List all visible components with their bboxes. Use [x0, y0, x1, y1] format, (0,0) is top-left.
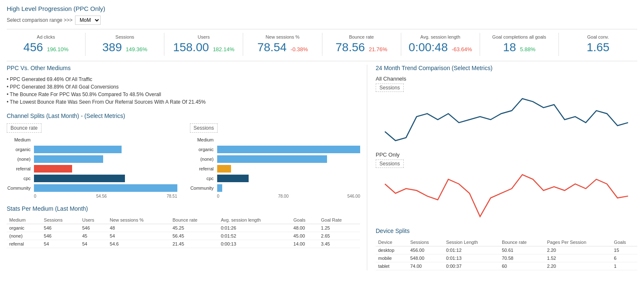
table-cell: 54.6	[107, 240, 170, 248]
stats-table: MediumSessionsUsersNew sessions %Bounce …	[7, 216, 360, 248]
bar-label: (none)	[190, 157, 217, 162]
table-header: Medium	[7, 216, 42, 224]
device-table-cell: 74.00	[408, 262, 444, 270]
bar-row: referral	[7, 165, 177, 173]
metric-value: 158.00	[173, 41, 209, 54]
axis-label: 0	[34, 194, 36, 199]
ppc-only-metric[interactable]: Sessions	[376, 160, 404, 168]
device-table-cell: desktop	[376, 246, 408, 254]
metric-value: 78.54	[257, 41, 287, 54]
table-header: Avg. session length	[218, 216, 291, 224]
device-table-cell: 456.00	[408, 246, 444, 254]
device-table-cell: 15	[611, 246, 637, 254]
device-table-cell: mobile	[376, 254, 408, 262]
device-table-cell: 0:01:12	[444, 246, 499, 254]
bar-label: cpc	[190, 176, 217, 181]
metric-value: 18	[503, 41, 516, 54]
comparison-select[interactable]: MoM YoY QoQ	[75, 16, 101, 25]
device-table-cell: 0:00:37	[444, 262, 499, 270]
table-cell: 3.45	[319, 240, 360, 248]
device-table-row: tablet74.000:00:37602.201	[376, 262, 637, 270]
metrics-row: Ad clicks 456 196.10% Sessions 389 149.3…	[7, 29, 637, 56]
metric-value: 456	[23, 41, 43, 54]
bar-track	[34, 155, 177, 163]
metric-item: Bounce rate 78.56 21.76%	[322, 33, 401, 56]
table-cell: (none)	[7, 232, 42, 240]
bar-row: cpc	[7, 175, 177, 182]
table-cell: 14.00	[291, 240, 319, 248]
all-channels-section: All Channels Sessions	[376, 76, 637, 145]
device-table-cell: 50.61	[499, 246, 545, 254]
sessions-chart: Sessions Mediumorganic(none)referralcpcC…	[190, 123, 361, 199]
bar-track	[217, 155, 361, 163]
bar-label: referral	[7, 166, 34, 171]
table-row: referral545454.621.450:00:1314.003.45	[7, 240, 360, 248]
bar-fill	[217, 184, 223, 192]
metric-label: Users	[168, 34, 239, 39]
metric-item: Users 158.00 182.14%	[164, 33, 243, 56]
trend-title: 24 Month Trend Comparison (Select Metric…	[376, 65, 637, 71]
bar-fill	[34, 155, 103, 163]
axis-label: 0	[217, 194, 220, 199]
table-cell: 0:01:52	[218, 232, 291, 240]
device-table-row: desktop456.000:01:1250.612.2015	[376, 246, 637, 254]
bar-fill	[217, 146, 361, 153]
ppc-vs-title: PPC Vs. Other Mediums	[7, 65, 360, 71]
device-table-header: Pages Per Session	[545, 238, 612, 246]
bar-label: organic	[7, 147, 34, 152]
metric-change: 196.10%	[47, 46, 68, 52]
device-table-header: Device	[376, 238, 408, 246]
table-cell: 54	[107, 232, 170, 240]
metric-item: Sessions 389 149.36%	[86, 33, 164, 56]
bar-fill	[34, 146, 122, 153]
table-cell: 1.25	[319, 224, 360, 232]
all-channels-chart	[376, 94, 637, 145]
metric-item: New sessions % 78.54 -0.38%	[243, 33, 322, 56]
all-channels-metric[interactable]: Sessions	[376, 84, 404, 92]
metric-item: Ad clicks 456 196.10%	[7, 33, 86, 56]
bar-track	[217, 175, 361, 182]
table-cell: 48	[107, 224, 170, 232]
device-table: DeviceSessionsSession LengthBounce rateP…	[376, 238, 637, 270]
bar-label: Medium	[7, 137, 34, 142]
bar-track	[217, 184, 361, 192]
table-cell: 48.00	[291, 224, 319, 232]
table-cell: 45	[80, 232, 107, 240]
bar-label: organic	[190, 147, 217, 152]
metric-label: Goal conv.	[562, 34, 634, 39]
bullet-item: PPC Generated 69.46% Of All Traffic	[7, 76, 360, 83]
table-cell: 0:00:13	[218, 240, 291, 248]
metric-change: 5.88%	[520, 46, 535, 52]
device-table-cell: 60	[499, 262, 545, 270]
metric-label: Sessions	[89, 34, 161, 39]
line-chart-line	[385, 175, 628, 217]
table-header: Goal Rate	[319, 216, 360, 224]
metric-label: Ad clicks	[10, 34, 82, 39]
bar-row: (none)	[7, 155, 177, 163]
bullet-item: PPC Generated 38.89% Of All Goal Convers…	[7, 83, 360, 91]
metric-item: Avg. session length 0:00:48 -63.64%	[401, 33, 480, 56]
metric-value: 0:00:48	[409, 41, 448, 54]
bar-row: Medium	[190, 136, 361, 144]
bar-label: referral	[190, 166, 217, 171]
bar-label: Community	[7, 186, 34, 191]
all-channels-label: All Channels	[376, 76, 637, 82]
metric-change: 21.76%	[369, 46, 387, 52]
bar-row: Community	[7, 184, 177, 192]
metric-label: Bounce rate	[326, 34, 397, 39]
page-title: High Level Progression (PPC Only)	[7, 5, 637, 12]
metric-label: New sessions %	[247, 34, 318, 39]
bar-track	[34, 146, 177, 153]
table-cell: organic	[7, 224, 42, 232]
bar-track	[34, 184, 177, 192]
table-cell: 54	[80, 240, 107, 248]
axis-label: 54.56	[96, 194, 107, 199]
table-cell: 45.25	[170, 224, 218, 232]
bar-fill	[34, 165, 72, 173]
bar-track	[217, 165, 361, 173]
ppc-only-section: PPC Only Sessions	[376, 152, 637, 221]
device-table-cell: 70.58	[499, 254, 545, 262]
metric-change: 149.36%	[126, 46, 147, 52]
bounce-rate-chart: Bounce rate Mediumorganic(none)referralc…	[7, 123, 177, 199]
table-cell: referral	[7, 240, 42, 248]
